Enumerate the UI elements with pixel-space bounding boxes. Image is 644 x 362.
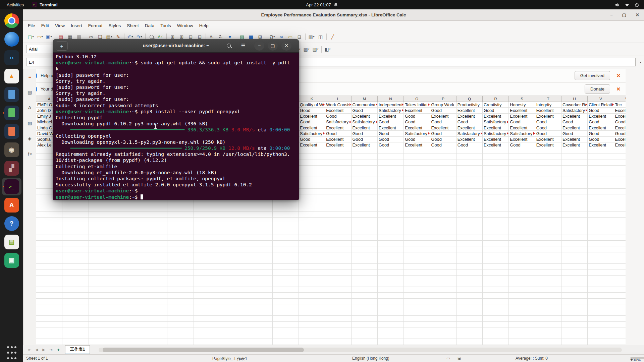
- cell-L23[interactable]: [325, 229, 351, 235]
- cell-R12[interactable]: [483, 166, 509, 171]
- cell-M20[interactable]: [352, 212, 378, 218]
- cell-C21[interactable]: [89, 218, 115, 223]
- cell-H20[interactable]: [220, 212, 246, 218]
- cell-Q11[interactable]: [457, 160, 483, 166]
- cell-U12[interactable]: [561, 166, 588, 171]
- cell-P3[interactable]: Excellent: [430, 114, 456, 119]
- cell-J29[interactable]: [273, 264, 299, 269]
- cell-L29[interactable]: [325, 264, 351, 269]
- cell-N38[interactable]: [378, 316, 404, 321]
- cell-M35[interactable]: [352, 299, 378, 304]
- cell-P28[interactable]: [430, 258, 456, 264]
- menu-format[interactable]: Format: [85, 22, 106, 29]
- cell-K18[interactable]: [299, 200, 325, 206]
- cell-V9[interactable]: [588, 148, 614, 154]
- cell-R23[interactable]: [483, 229, 509, 235]
- cell-F25[interactable]: [167, 241, 194, 246]
- cell-V13[interactable]: [588, 171, 614, 177]
- cell-V32[interactable]: [588, 281, 614, 287]
- cell-C37[interactable]: [89, 310, 115, 316]
- cell-D41[interactable]: [115, 333, 141, 339]
- cell-N28[interactable]: [378, 258, 404, 264]
- dock-icon-libreoffice[interactable]: ▤: [2, 233, 21, 251]
- cell-L38[interactable]: [325, 316, 351, 321]
- cell-M7[interactable]: Good: [352, 137, 378, 142]
- activities-button[interactable]: Activities: [3, 1, 27, 8]
- cell-G26[interactable]: [194, 246, 220, 252]
- cell-U26[interactable]: [561, 246, 588, 252]
- cell-T29[interactable]: [535, 264, 561, 269]
- sheet-tab[interactable]: 工作表1: [65, 345, 90, 354]
- cell-B33[interactable]: [62, 287, 89, 293]
- cell-C20[interactable]: [89, 212, 115, 218]
- cell-W11[interactable]: [614, 160, 626, 166]
- cell-F42[interactable]: [167, 339, 194, 345]
- cell-U32[interactable]: [561, 281, 588, 287]
- cell-F30[interactable]: [167, 269, 194, 275]
- cell-U16[interactable]: [561, 189, 588, 194]
- cell-N24[interactable]: [378, 235, 404, 241]
- cell-U13[interactable]: [561, 171, 588, 177]
- cell-B23[interactable]: [62, 229, 89, 235]
- cell-R3[interactable]: Excellent: [483, 114, 509, 119]
- cell-S11[interactable]: [509, 160, 535, 166]
- cell-M11[interactable]: [352, 160, 378, 166]
- cell-W33[interactable]: [614, 287, 626, 293]
- cell-O32[interactable]: [404, 281, 430, 287]
- cell-V4[interactable]: Good: [588, 119, 614, 125]
- cell-Q28[interactable]: [457, 258, 483, 264]
- cell-Q1[interactable]: Productivity: [457, 102, 483, 108]
- cell-M34[interactable]: [352, 293, 378, 298]
- cell-J38[interactable]: [273, 316, 299, 321]
- cell-I20[interactable]: [246, 212, 272, 218]
- cell-S41[interactable]: [509, 333, 535, 339]
- cell-A25[interactable]: [36, 241, 62, 246]
- cell-I31[interactable]: [246, 276, 272, 281]
- cell-T32[interactable]: [535, 281, 561, 287]
- cell-W6[interactable]: Good: [614, 131, 626, 136]
- cell-I30[interactable]: [246, 269, 272, 275]
- search-button[interactable]: [224, 41, 234, 51]
- terminal-window[interactable]: user@user-virtual-machine: ~ + ☰ − ▢ ✕ P…: [53, 39, 299, 200]
- cell-M3[interactable]: Excellent: [352, 114, 378, 119]
- cell-W26[interactable]: [614, 246, 626, 252]
- cell-M26[interactable]: [352, 246, 378, 252]
- cell-R38[interactable]: [483, 316, 509, 321]
- cell-R9[interactable]: [483, 148, 509, 154]
- cell-L20[interactable]: [325, 212, 351, 218]
- cell-P16[interactable]: [430, 189, 456, 194]
- cell-O38[interactable]: [404, 316, 430, 321]
- cell-V1[interactable]: Client Relati: [588, 102, 614, 108]
- cell-U15[interactable]: [561, 183, 588, 189]
- cell-A19[interactable]: [36, 206, 62, 212]
- cell-L7[interactable]: Excellent: [325, 137, 351, 142]
- split-window-button[interactable]: ◫: [316, 33, 325, 41]
- cell-O9[interactable]: [404, 148, 430, 154]
- cell-Q9[interactable]: [457, 148, 483, 154]
- cell-M1[interactable]: Communica: [352, 102, 378, 108]
- cell-K11[interactable]: [299, 160, 325, 166]
- cell-T8[interactable]: Excellent: [535, 142, 561, 148]
- cell-R26[interactable]: [483, 246, 509, 252]
- maximize-button[interactable]: ▢: [622, 12, 626, 17]
- cell-R34[interactable]: [483, 293, 509, 298]
- cell-N26[interactable]: [378, 246, 404, 252]
- cell-I26[interactable]: [246, 246, 272, 252]
- cell-U22[interactable]: [561, 223, 588, 229]
- cell-E39[interactable]: [141, 322, 167, 327]
- cell-I18[interactable]: [246, 200, 272, 206]
- terminal-close-button[interactable]: ✕: [281, 41, 291, 51]
- cell-A33[interactable]: [36, 287, 62, 293]
- col-header-P[interactable]: P: [430, 96, 456, 102]
- cell-V20[interactable]: [588, 212, 614, 218]
- cell-E34[interactable]: [141, 293, 167, 298]
- cell-H36[interactable]: [220, 304, 246, 310]
- cell-F32[interactable]: [167, 281, 194, 287]
- menu-file[interactable]: File: [25, 22, 38, 29]
- cell-V25[interactable]: [588, 241, 614, 246]
- cell-Q34[interactable]: [457, 293, 483, 298]
- cell-Q4[interactable]: Good: [457, 119, 483, 125]
- cell-D21[interactable]: [115, 218, 141, 223]
- cell-R37[interactable]: [483, 310, 509, 316]
- dock-icon-green-app[interactable]: ▣: [2, 251, 21, 269]
